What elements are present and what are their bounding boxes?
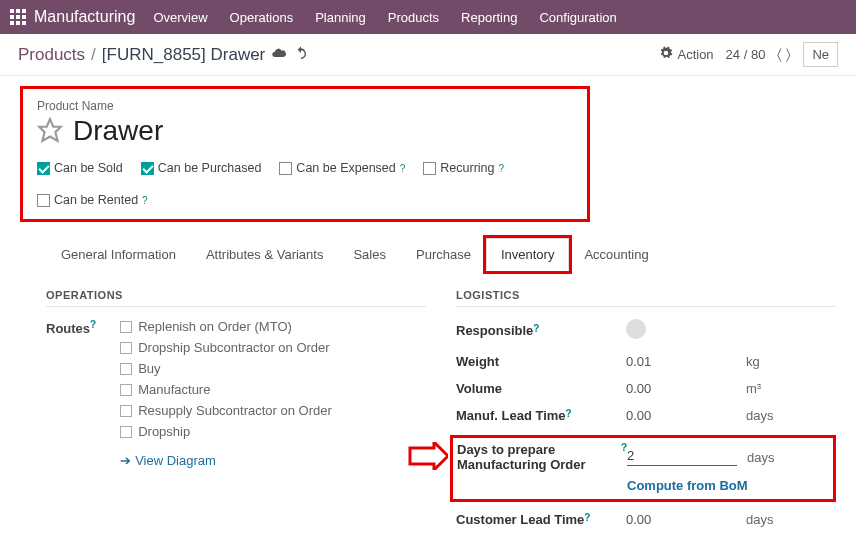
check-icon bbox=[120, 321, 132, 333]
menu-planning[interactable]: Planning bbox=[315, 10, 366, 25]
help-icon[interactable]: ? bbox=[142, 195, 148, 206]
pager-next-icon[interactable]: 〉 bbox=[786, 46, 791, 63]
menu-operations[interactable]: Operations bbox=[230, 10, 294, 25]
tab-general-information[interactable]: General Information bbox=[46, 238, 191, 271]
manuf-lead-value[interactable]: 0.00 bbox=[626, 408, 746, 423]
volume-value[interactable]: 0.00 bbox=[626, 381, 746, 396]
checkbox-can-be-expensed[interactable]: Can be Expensed? bbox=[279, 161, 405, 175]
avatar[interactable] bbox=[626, 319, 646, 339]
checkbox-can-be-rented[interactable]: Can be Rented? bbox=[37, 193, 148, 207]
discard-icon[interactable] bbox=[293, 45, 309, 64]
logistics-title: LOGISTICS bbox=[456, 289, 836, 307]
tab-attributes-variants[interactable]: Attributes & Variants bbox=[191, 238, 339, 271]
check-icon bbox=[120, 384, 132, 396]
checkbox-can-be-sold[interactable]: Can be Sold bbox=[37, 161, 123, 175]
route-replenish-mto[interactable]: Replenish on Order (MTO) bbox=[120, 319, 332, 334]
main-menu: Overview Operations Planning Products Re… bbox=[153, 10, 616, 25]
tab-accounting[interactable]: Accounting bbox=[569, 238, 663, 271]
breadcrumb: Products / [FURN_8855] Drawer bbox=[18, 45, 265, 65]
product-name-label: Product Name bbox=[37, 99, 577, 113]
action-menu[interactable]: Action bbox=[659, 46, 713, 63]
breadcrumb-root[interactable]: Products bbox=[18, 45, 85, 65]
tabs: General Information Attributes & Variant… bbox=[46, 238, 836, 271]
highlight-header-box: Product Name Drawer Can be Sold Can be P… bbox=[20, 86, 590, 222]
manuf-lead-label: Manuf. Lead Time? bbox=[456, 408, 626, 423]
weight-label: Weight bbox=[456, 354, 626, 369]
gear-icon bbox=[659, 46, 673, 63]
compute-from-bom-link[interactable]: Compute from BoM bbox=[627, 478, 829, 493]
pager-prev-icon[interactable]: 〈 bbox=[777, 46, 782, 63]
days-prepare-input[interactable] bbox=[627, 448, 737, 466]
help-icon[interactable]: ? bbox=[566, 408, 572, 419]
check-icon bbox=[120, 342, 132, 354]
check-icon bbox=[37, 162, 50, 175]
action-label: Action bbox=[677, 47, 713, 62]
product-title[interactable]: Drawer bbox=[73, 115, 163, 147]
menu-products[interactable]: Products bbox=[388, 10, 439, 25]
help-icon[interactable]: ? bbox=[499, 163, 505, 174]
apps-icon[interactable] bbox=[10, 9, 26, 25]
route-dropship-subcontractor[interactable]: Dropship Subcontractor on Order bbox=[120, 340, 332, 355]
favorite-star-icon[interactable] bbox=[37, 117, 63, 146]
days-prepare-unit: days bbox=[747, 450, 774, 465]
app-name[interactable]: Manufacturing bbox=[34, 8, 135, 26]
tab-inventory[interactable]: Inventory bbox=[486, 238, 569, 271]
customer-lead-label: Customer Lead Time? bbox=[456, 512, 626, 527]
customer-lead-value[interactable]: 0.00 bbox=[626, 512, 746, 527]
logistics-section: LOGISTICS Responsible? Weight 0.01 kg Vo… bbox=[456, 289, 836, 538]
responsible-label: Responsible? bbox=[456, 323, 626, 338]
routes-label: Routes? bbox=[46, 319, 96, 468]
help-icon[interactable]: ? bbox=[90, 319, 96, 330]
operations-section: OPERATIONS Routes? Replenish on Order (M… bbox=[46, 289, 426, 538]
help-icon[interactable]: ? bbox=[584, 512, 590, 523]
highlight-days-box: Days to prepare Manufacturing Order? day… bbox=[450, 435, 836, 502]
check-icon bbox=[37, 194, 50, 207]
cloud-save-icon[interactable] bbox=[271, 45, 287, 64]
tab-sales[interactable]: Sales bbox=[338, 238, 401, 271]
check-icon bbox=[141, 162, 154, 175]
annotation-arrow-icon bbox=[408, 442, 448, 473]
checkbox-recurring[interactable]: Recurring? bbox=[423, 161, 504, 175]
weight-value[interactable]: 0.01 bbox=[626, 354, 746, 369]
tab-purchase[interactable]: Purchase bbox=[401, 238, 486, 271]
check-icon bbox=[279, 162, 292, 175]
subbar: Products / [FURN_8855] Drawer Action 24 … bbox=[0, 34, 856, 76]
route-buy[interactable]: Buy bbox=[120, 361, 332, 376]
svg-marker-0 bbox=[39, 119, 61, 141]
route-dropship[interactable]: Dropship bbox=[120, 424, 332, 439]
customer-lead-unit: days bbox=[746, 512, 773, 527]
manuf-lead-unit: days bbox=[746, 408, 773, 423]
route-resupply-subcontractor[interactable]: Resupply Subcontractor on Order bbox=[120, 403, 332, 418]
new-button[interactable]: Ne bbox=[803, 42, 838, 67]
help-icon[interactable]: ? bbox=[533, 323, 539, 334]
view-diagram-link[interactable]: ➔View Diagram bbox=[120, 453, 332, 468]
content: Product Name Drawer Can be Sold Can be P… bbox=[0, 76, 856, 538]
checkbox-can-be-purchased[interactable]: Can be Purchased bbox=[141, 161, 262, 175]
volume-unit: m³ bbox=[746, 381, 761, 396]
breadcrumb-current: [FURN_8855] Drawer bbox=[102, 45, 265, 65]
menu-overview[interactable]: Overview bbox=[153, 10, 207, 25]
menu-reporting[interactable]: Reporting bbox=[461, 10, 517, 25]
help-icon[interactable]: ? bbox=[400, 163, 406, 174]
volume-label: Volume bbox=[456, 381, 626, 396]
operations-title: OPERATIONS bbox=[46, 289, 426, 307]
weight-unit: kg bbox=[746, 354, 760, 369]
check-icon bbox=[120, 363, 132, 375]
check-icon bbox=[120, 426, 132, 438]
topbar: Manufacturing Overview Operations Planni… bbox=[0, 0, 856, 34]
arrow-right-icon: ➔ bbox=[120, 453, 131, 468]
route-manufacture[interactable]: Manufacture bbox=[120, 382, 332, 397]
check-icon bbox=[423, 162, 436, 175]
menu-configuration[interactable]: Configuration bbox=[539, 10, 616, 25]
days-prepare-label: Days to prepare Manufacturing Order? bbox=[457, 442, 627, 472]
breadcrumb-sep: / bbox=[91, 45, 96, 65]
check-icon bbox=[120, 405, 132, 417]
pager-count: 24 / 80 bbox=[726, 47, 766, 62]
